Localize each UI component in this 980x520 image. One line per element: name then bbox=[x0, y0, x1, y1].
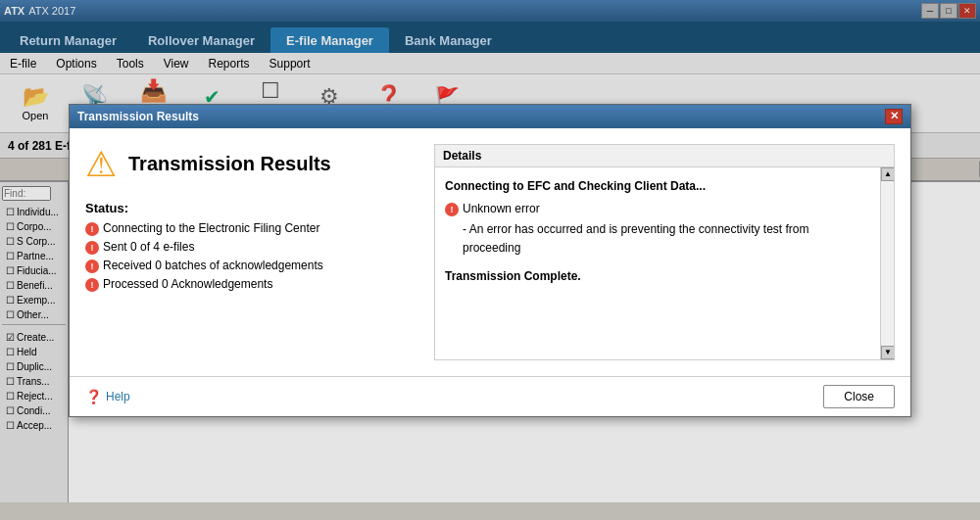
error-icon-4: ! bbox=[85, 278, 99, 292]
status-text-1: Connecting to the Electronic Filing Cent… bbox=[103, 221, 319, 235]
dialog-body: ⚠ Transmission Results Status: ! Connect… bbox=[70, 128, 910, 376]
status-item-1: ! Connecting to the Electronic Filing Ce… bbox=[85, 221, 418, 236]
footer-help-icon: ❓ bbox=[85, 389, 102, 404]
footer-help-label: Help bbox=[106, 390, 130, 403]
details-error-icon: ! bbox=[445, 203, 459, 216]
dialog-title-bar: Transmission Results ✕ bbox=[70, 105, 910, 128]
details-error-label: Unknown error bbox=[463, 200, 540, 218]
error-icon-1: ! bbox=[85, 222, 99, 236]
dialog-title: Transmission Results bbox=[77, 110, 199, 123]
scrollbar[interactable]: ▲ ▼ bbox=[880, 167, 894, 359]
dialog-heading: Transmission Results bbox=[128, 153, 331, 175]
dialog-close-btn[interactable]: Close bbox=[823, 385, 895, 408]
scroll-up-arrow[interactable]: ▲ bbox=[881, 167, 894, 181]
details-content: Connecting to EFC and Checking Client Da… bbox=[435, 167, 880, 359]
status-section: Status: ! Connecting to the Electronic F… bbox=[85, 201, 418, 292]
dialog-right-panel: Details Connecting to EFC and Checking C… bbox=[434, 144, 895, 360]
error-icon-3: ! bbox=[85, 260, 99, 273]
details-error-msg: - An error has occurred and is preventin… bbox=[463, 220, 870, 258]
status-item-3: ! Received 0 batches of acknowledgements bbox=[85, 259, 418, 273]
scroll-track[interactable] bbox=[881, 181, 894, 346]
details-transmission-complete: Transmission Complete. bbox=[445, 267, 870, 286]
scroll-down-arrow[interactable]: ▼ bbox=[881, 346, 894, 359]
footer-help-link[interactable]: ❓ Help bbox=[85, 389, 130, 404]
details-error-row: ! Unknown error bbox=[445, 200, 870, 218]
status-label: Status: bbox=[85, 201, 418, 215]
dialog-overlay: Transmission Results ✕ ⚠ Transmission Re… bbox=[0, 0, 980, 520]
status-text-2: Sent 0 of 4 e-files bbox=[103, 240, 194, 254]
dialog-header: ⚠ Transmission Results bbox=[85, 144, 418, 185]
warning-icon: ⚠ bbox=[85, 144, 117, 185]
error-icon-2: ! bbox=[85, 241, 99, 255]
status-item-4: ! Processed 0 Acknowledgements bbox=[85, 277, 418, 292]
details-header: Details bbox=[435, 145, 894, 167]
dialog-footer: ❓ Help Close bbox=[70, 376, 910, 416]
status-text-3: Received 0 batches of acknowledgements bbox=[103, 259, 323, 272]
details-connecting: Connecting to EFC and Checking Client Da… bbox=[445, 177, 870, 196]
dialog-left-panel: ⚠ Transmission Results Status: ! Connect… bbox=[85, 144, 418, 360]
dialog-close-button[interactable]: ✕ bbox=[885, 109, 903, 124]
transmission-results-dialog: Transmission Results ✕ ⚠ Transmission Re… bbox=[69, 104, 911, 417]
status-item-2: ! Sent 0 of 4 e-files bbox=[85, 240, 418, 255]
status-text-4: Processed 0 Acknowledgements bbox=[103, 277, 272, 291]
